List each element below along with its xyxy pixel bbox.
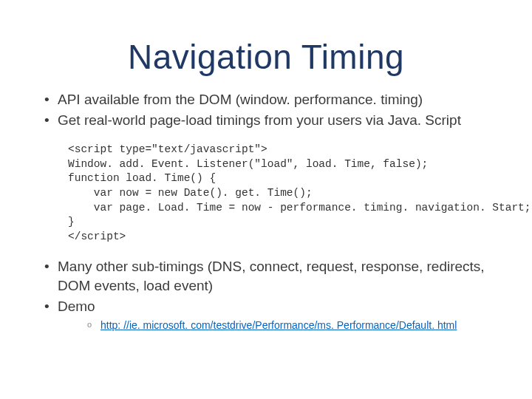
bullet-item: Get real-world page-load timings from yo… [43, 111, 495, 130]
sub-bullet-list: http: //ie. microsoft. com/testdrive/Per… [87, 318, 495, 332]
bullet-list: Many other sub-timings (DNS, connect, re… [43, 257, 495, 332]
slide-title: Navigation Timing [37, 37, 495, 77]
bullet-item: API available from the DOM (window. perf… [43, 90, 495, 109]
sub-bullet-item: http: //ie. microsoft. com/testdrive/Per… [87, 318, 495, 332]
demo-link[interactable]: http: //ie. microsoft. com/testdrive/Per… [100, 319, 457, 331]
slide: Navigation Timing API available from the… [0, 0, 532, 399]
bullet-item: Demo http: //ie. microsoft. com/testdriv… [43, 297, 495, 333]
bullet-list: API available from the DOM (window. perf… [43, 90, 495, 129]
code-block: <script type="text/javascript"> Window. … [68, 143, 495, 244]
bullet-item: Many other sub-timings (DNS, connect, re… [43, 257, 495, 295]
bullet-label: Demo [58, 299, 95, 314]
